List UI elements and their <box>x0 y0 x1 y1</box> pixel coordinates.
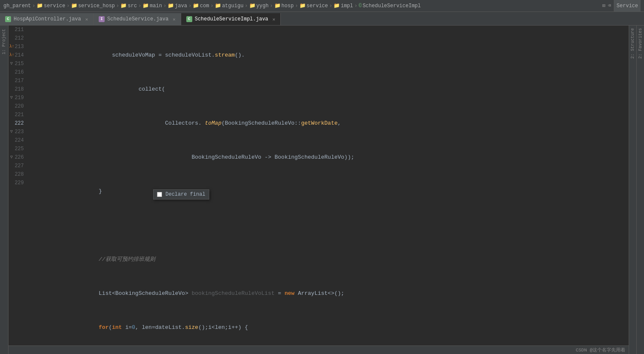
tab-icon-c-2: C <box>186 16 192 22</box>
editor-area: 211 212 λ↑ 213 λ↑ 214 ▽ 215 216 217 218 <box>9 26 629 354</box>
folder-icon-8: 📁 <box>249 3 256 9</box>
tab-label-3: ScheduleServiceImpl.java <box>195 16 268 22</box>
folder-icon-6: 📁 <box>193 3 199 9</box>
folder-icon-11: 📁 <box>333 3 340 9</box>
folder-icon-9: 📁 <box>274 3 281 9</box>
right-panels: 2: Structure 2: Favorites <box>629 26 644 354</box>
code-line-216 <box>31 221 629 230</box>
status-text: CSDN @这个名字先用着 <box>576 347 625 353</box>
line-num-227: 227 <box>9 162 26 170</box>
tab-bar: C HospApiController.java ✕ I ScheduleSer… <box>0 12 644 26</box>
line-num-219: ▽ 219 <box>9 94 26 102</box>
tab-close-3[interactable]: ✕ <box>273 17 276 22</box>
code-line-213: Collectors. toMap(BookingScheduleRuleVo:… <box>31 119 629 128</box>
folder-icon-3: 📁 <box>120 3 127 9</box>
fold-icon-226: ▽ <box>10 153 13 162</box>
grid-icon[interactable]: ⊞ <box>602 3 605 9</box>
favorites-label[interactable]: 2: Favorites <box>637 26 644 61</box>
tab-label-1: HospApiController.java <box>14 16 81 22</box>
folder-icon-7: 📁 <box>215 3 221 9</box>
folder-icon-2: 📁 <box>71 3 77 9</box>
folder-icon-4: 📁 <box>142 3 149 9</box>
autocomplete-popup[interactable]: Declare final <box>153 189 209 200</box>
line-num-224: 224 <box>9 136 26 145</box>
tab-label-2: ScheduleService.java <box>107 16 168 22</box>
line-num-229: 229 <box>9 179 26 187</box>
line-num-220: 220 <box>9 102 26 111</box>
service-tab-right[interactable]: Service <box>614 0 641 11</box>
tab-hospapi[interactable]: C HospApiController.java ✕ <box>0 13 94 25</box>
lambda-icon-214: λ↑ <box>9 51 14 60</box>
code-line-211: scheduleVoMap = scheduleVoList.stream(). <box>31 51 629 60</box>
breadcrumb-bar: gh_parent › 📁 service › 📁 service_hosp ›… <box>0 0 644 12</box>
code-line-217: //获取可预约排班规则 <box>31 255 629 264</box>
sidebar-left: 1: Project <box>0 26 9 354</box>
tab-close-1[interactable]: ✕ <box>85 17 88 22</box>
line-numbers: 211 212 λ↑ 213 λ↑ 214 ▽ 215 216 217 218 <box>9 26 30 354</box>
breadcrumb-service2[interactable]: service <box>307 3 328 9</box>
line-num-223: ▽ 223 <box>9 128 26 136</box>
tab-icon-i-1: I <box>99 16 105 22</box>
breadcrumb-main[interactable]: main <box>150 3 162 9</box>
breadcrumb-class[interactable]: ScheduleServiceImpl <box>362 3 421 9</box>
structure-panel[interactable]: 2: Structure <box>629 26 636 354</box>
line-num-228: 228 <box>9 170 26 179</box>
breadcrumb-yygh[interactable]: yygh <box>256 3 269 9</box>
breadcrumb-com[interactable]: com <box>200 3 209 9</box>
breadcrumb-src[interactable]: src <box>128 3 137 9</box>
main-container: 1: Project 211 212 λ↑ 213 λ↑ 214 ▽ 215 <box>0 26 644 354</box>
structure-label[interactable]: 2: Structure <box>630 26 636 61</box>
favorites-panel[interactable]: 2: Favorites <box>636 26 644 354</box>
tab-scheduleserviceimpl[interactable]: C ScheduleServiceImpl.java ✕ <box>181 13 281 25</box>
code-container: 211 212 λ↑ 213 λ↑ 214 ▽ 215 216 217 218 <box>9 26 629 354</box>
folder-icon-10: 📁 <box>299 3 306 9</box>
breadcrumb-service-hosp[interactable]: service_hosp <box>78 3 115 9</box>
line-num-222: 222 <box>9 119 26 128</box>
code-line-219: for(int i=0, len=dateList.size();i<len;i… <box>31 323 629 332</box>
line-num-212: 212 <box>9 34 26 43</box>
tab-close-2[interactable]: ✕ <box>173 17 176 22</box>
breadcrumb-hosp[interactable]: hosp <box>282 3 294 9</box>
sidebar-project[interactable]: 1: Project <box>1 27 7 56</box>
fold-icon-219: ▽ <box>10 94 13 102</box>
lambda-icon-213: λ↑ <box>9 43 14 51</box>
fold-icon-223: ▽ <box>10 128 13 136</box>
breadcrumb-project[interactable]: gh_parent <box>3 3 31 9</box>
breadcrumb-atguigu[interactable]: atguigu <box>222 3 243 9</box>
breadcrumb-java[interactable]: java <box>175 3 187 9</box>
declare-final-checkbox[interactable] <box>157 192 162 197</box>
code-line-218: List<BookingScheduleRuleVo> bookingSched… <box>31 289 629 298</box>
breadcrumb-service[interactable]: service <box>44 3 65 9</box>
back-icon[interactable]: ⌫ <box>608 3 611 9</box>
line-num-225: 225 <box>9 145 26 153</box>
declare-final-label: Declare final <box>165 191 205 197</box>
fold-icon-215: ▽ <box>10 60 13 68</box>
line-num-226: ▽ 226 <box>9 153 26 162</box>
line-num-217: 217 <box>9 77 26 85</box>
line-num-221: 221 <box>9 111 26 119</box>
line-num-215: ▽ 215 <box>9 60 26 68</box>
line-num-213: λ↑ 213 <box>9 43 26 51</box>
class-icon: © <box>359 3 362 9</box>
line-num-218: 218 <box>9 85 26 94</box>
line-num-211: 211 <box>9 26 26 34</box>
breadcrumb-impl[interactable]: impl <box>341 3 353 9</box>
tab-scheduleservice[interactable]: I ScheduleService.java ✕ <box>94 13 181 25</box>
code-line-212: collect( <box>31 85 629 94</box>
code-content[interactable]: scheduleVoMap = scheduleVoList.stream().… <box>30 26 629 354</box>
code-line-215: } <box>31 187 629 196</box>
folder-icon-1: 📁 <box>37 3 43 9</box>
tab-icon-c-1: C <box>5 16 11 22</box>
folder-icon-5: 📁 <box>168 3 174 9</box>
line-num-214: λ↑ 214 <box>9 51 26 60</box>
code-line-214: BookingScheduleRuleVo -> BookingSchedule… <box>31 153 629 162</box>
status-bar: CSDN @这个名字先用着 <box>9 345 629 354</box>
line-num-216: 216 <box>9 68 26 77</box>
